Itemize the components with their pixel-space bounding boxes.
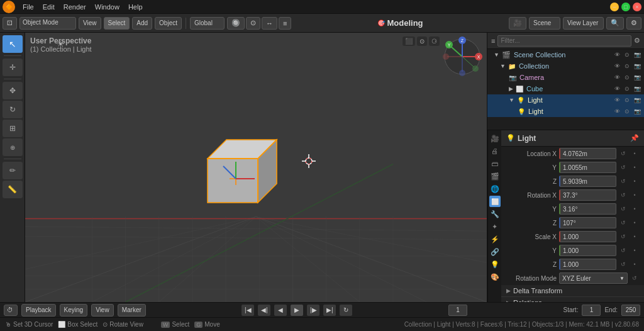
rotation-z-reset[interactable]: ↺: [619, 218, 628, 227]
playback-menu[interactable]: Playback: [21, 304, 56, 317]
particles-props-icon[interactable]: ✦: [489, 221, 501, 232]
outliner-item-scene-collection[interactable]: ▼ 🎬 Scene Collection 👁 ⊙ 📷: [487, 49, 644, 60]
select-tool[interactable]: ↖: [3, 35, 23, 53]
global-select[interactable]: Global: [190, 17, 225, 30]
maximize-button[interactable]: □: [621, 3, 630, 11]
scene-props-icon[interactable]: 🎬: [489, 171, 501, 182]
view-layer-props-icon[interactable]: 🗃: [489, 158, 501, 169]
timeline-editor-type[interactable]: ⏱: [4, 305, 18, 316]
cube-eye-icon[interactable]: 👁: [613, 84, 621, 93]
rotation-y-anim[interactable]: •: [630, 205, 639, 213]
camera-select-icon[interactable]: 📷: [633, 50, 641, 59]
physics-props-icon[interactable]: ⚡: [489, 233, 501, 245]
properties-pin[interactable]: 📌: [630, 134, 639, 142]
status-move[interactable]: G Move: [194, 321, 219, 328]
current-frame-display[interactable]: 1: [448, 305, 467, 316]
jump-end-btn[interactable]: ▶|: [323, 305, 336, 316]
rotation-y-reset[interactable]: ↺: [619, 205, 628, 213]
scene-select[interactable]: Scene: [529, 17, 560, 30]
jump-start-btn[interactable]: |◀: [242, 305, 254, 316]
timeline-view-menu[interactable]: View: [91, 304, 114, 317]
status-3d-cursor[interactable]: 🖱 Set 3D Cursor: [5, 321, 53, 328]
rotation-z-field[interactable]: 107°: [559, 217, 616, 228]
snap-btn[interactable]: 🔘: [227, 17, 245, 30]
restrict-icon[interactable]: ⊙: [623, 50, 631, 59]
object-props-icon[interactable]: ⬜: [489, 196, 501, 207]
cursor-tool[interactable]: ✛: [3, 59, 23, 76]
annotate-tool[interactable]: ✏: [3, 162, 23, 179]
light-eye-icon[interactable]: 👁: [613, 96, 621, 104]
outliner-filter-icon[interactable]: ⚙: [634, 36, 640, 45]
rotation-x-anim[interactable]: •: [630, 191, 639, 199]
light-collapse-arrow[interactable]: ▼: [509, 97, 514, 103]
menu-file[interactable]: File: [19, 2, 38, 12]
outliner-item-cube[interactable]: ▶ ⬜ Cube 👁 ⊙ 📷: [487, 83, 644, 94]
outliner-item-camera[interactable]: 📷 Camera 👁 ⊙ 📷: [487, 72, 644, 83]
navigation-gizmo[interactable]: X Y Z: [442, 36, 483, 77]
rotation-x-field[interactable]: 37.3°: [559, 189, 616, 201]
scale-z-anim[interactable]: •: [630, 260, 639, 269]
scale-y-anim[interactable]: •: [630, 246, 639, 255]
camera-cam-icon[interactable]: 📷: [633, 73, 641, 82]
location-x-field[interactable]: 4.0762m: [559, 148, 616, 159]
step-back-btn[interactable]: ◀|: [258, 305, 270, 316]
transform-tool[interactable]: ⊕: [3, 138, 23, 156]
scale-x-reset[interactable]: ↺: [619, 232, 628, 241]
output-props-icon[interactable]: 🖨: [489, 145, 501, 157]
light-sel-icon[interactable]: ⊙: [623, 96, 631, 104]
constraints-props-icon[interactable]: 🔗: [489, 246, 501, 257]
cube-cam-icon[interactable]: 📷: [633, 84, 641, 93]
outliner-item-light-data[interactable]: 💡 Light 👁 ⊙ 📷: [487, 106, 644, 117]
material-props-icon[interactable]: 🎨: [489, 271, 501, 283]
play-back-btn[interactable]: ◀: [274, 305, 287, 316]
keying-menu[interactable]: Keying: [60, 304, 88, 317]
rotation-mode-reset[interactable]: ↺: [630, 274, 639, 283]
cube-sel-icon[interactable]: ⊙: [623, 84, 631, 93]
status-rotate-view[interactable]: ⊙ Rotate View: [103, 321, 143, 328]
rotation-y-field[interactable]: 3.16°: [559, 203, 616, 215]
rotate-tool[interactable]: ↻: [3, 101, 23, 118]
scale-z-field[interactable]: 1.000: [559, 259, 616, 270]
cube-object[interactable]: [195, 127, 289, 209]
rotation-x-reset[interactable]: ↺: [619, 191, 628, 199]
move-tool[interactable]: ✥: [3, 82, 23, 99]
eye-icon[interactable]: 👁: [613, 50, 621, 59]
status-box-select[interactable]: ⬜ Box Select: [58, 321, 97, 328]
collection-camera-icon[interactable]: 📷: [633, 62, 641, 70]
minimize-button[interactable]: –: [610, 3, 619, 11]
extra-btn[interactable]: ≡: [279, 17, 291, 30]
rotation-z-anim[interactable]: •: [630, 218, 639, 227]
camera-sel-icon[interactable]: ⊙: [623, 73, 631, 82]
rotation-mode-dropdown[interactable]: XYZ Euler ▼: [559, 272, 628, 284]
location-x-anim[interactable]: •: [630, 149, 639, 158]
object-mode-select[interactable]: Object Mode: [19, 17, 76, 30]
menu-edit[interactable]: Edit: [39, 2, 58, 12]
object-data-props-icon[interactable]: 💡: [489, 259, 501, 270]
light-data-sel-icon[interactable]: ⊙: [623, 107, 631, 116]
collection-collapse[interactable]: ▼: [500, 63, 506, 69]
scale-y-field[interactable]: 1.000: [559, 245, 616, 256]
transform-btn[interactable]: ↔: [262, 17, 277, 30]
object-menu[interactable]: Object: [155, 17, 182, 30]
scale-tool[interactable]: ⊞: [3, 120, 23, 137]
location-z-anim[interactable]: •: [630, 177, 639, 186]
location-z-field[interactable]: 5.9039m: [559, 176, 616, 187]
end-frame[interactable]: 250: [621, 305, 640, 316]
menu-window[interactable]: Window: [91, 2, 123, 12]
menu-help[interactable]: Help: [125, 2, 147, 12]
scale-y-reset[interactable]: ↺: [619, 246, 628, 255]
light-data-eye-icon[interactable]: 👁: [613, 107, 621, 116]
viewport-xray-btn[interactable]: ⚆: [429, 36, 440, 46]
proportional-btn[interactable]: ⊙: [246, 17, 260, 30]
cube-collapse-arrow[interactable]: ▶: [509, 86, 513, 92]
close-button[interactable]: ×: [633, 3, 641, 11]
location-y-anim[interactable]: •: [630, 163, 639, 172]
world-props-icon[interactable]: 🌐: [489, 183, 501, 194]
collection-eye-icon[interactable]: 👁: [613, 62, 621, 70]
marker-menu[interactable]: Marker: [118, 304, 146, 317]
outliner-item-light-parent[interactable]: ▼ 💡 Light 👁 ⊙ 📷: [487, 94, 644, 106]
scale-z-reset[interactable]: ↺: [619, 260, 628, 269]
modifier-props-icon[interactable]: 🔧: [489, 208, 501, 220]
outliner-filter-btn[interactable]: ⚙: [626, 17, 641, 30]
search-btn[interactable]: 🔍: [606, 17, 624, 30]
